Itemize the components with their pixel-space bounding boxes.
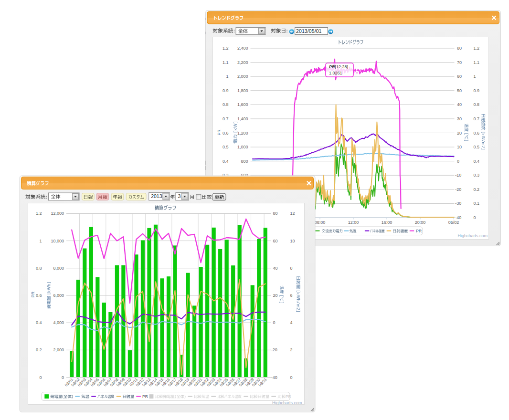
svg-text:1,800: 1,800 [237, 88, 248, 93]
svg-text:0.4: 0.4 [36, 320, 42, 325]
svg-text:8: 8 [290, 266, 293, 271]
svg-text:08:00: 08:00 [315, 220, 326, 225]
svg-text:30: 30 [457, 116, 462, 121]
svg-text:0.8: 0.8 [36, 266, 42, 271]
svg-text:PR: PR [416, 229, 422, 233]
svg-text:0.4: 0.4 [223, 159, 229, 164]
svg-text:10,000: 10,000 [51, 239, 64, 243]
svg-text:1.1: 1.1 [474, 60, 480, 65]
svg-text:1: 1 [474, 74, 476, 79]
svg-text:-40: -40 [455, 215, 461, 220]
svg-text:60: 60 [457, 74, 462, 79]
svg-text:0.2: 0.2 [36, 347, 42, 352]
svg-text:-30: -30 [455, 201, 461, 206]
svg-text:60: 60 [273, 239, 278, 243]
svg-text:1,000: 1,000 [237, 145, 248, 149]
svg-text:1.1: 1.1 [223, 60, 229, 65]
svg-text:0.5: 0.5 [223, 145, 229, 149]
svg-text:0.7: 0.7 [223, 116, 229, 121]
svg-text:0.8: 0.8 [223, 102, 229, 107]
svg-text:PR: PR [217, 129, 222, 136]
svg-text:10: 10 [457, 145, 462, 149]
svg-text:40: 40 [273, 266, 278, 271]
svg-text:1,400: 1,400 [237, 116, 248, 121]
svg-text:1,200: 1,200 [237, 131, 248, 136]
svg-text:05/02: 05/02 [448, 220, 459, 225]
svg-text:80: 80 [457, 46, 462, 51]
svg-text:1.2: 1.2 [36, 211, 42, 216]
svg-text:4: 4 [290, 320, 293, 325]
svg-text:2013: 2013 [151, 193, 162, 199]
svg-text:PR: PR [142, 394, 148, 399]
svg-text:70: 70 [457, 60, 462, 65]
svg-text:2,400: 2,400 [237, 46, 248, 51]
svg-text:800: 800 [241, 159, 248, 164]
svg-text:1.0261: 1.0261 [329, 71, 342, 75]
svg-text:0.3: 0.3 [474, 173, 480, 178]
svg-text:12,000: 12,000 [51, 211, 64, 216]
svg-text:20: 20 [273, 293, 278, 298]
svg-text:Highcharts.com: Highcharts.com [457, 233, 488, 238]
svg-text:1.2: 1.2 [474, 46, 480, 51]
svg-text:10: 10 [290, 239, 295, 243]
svg-text:0: 0 [474, 215, 476, 220]
svg-text:2,200: 2,200 [237, 60, 248, 65]
svg-text:0.8: 0.8 [474, 102, 480, 107]
svg-text:12:00: 12:00 [348, 220, 359, 225]
svg-text:3: 3 [178, 193, 180, 199]
svg-text:1: 1 [226, 74, 228, 79]
svg-text:0.5: 0.5 [474, 145, 480, 149]
svg-text:2013/05/01: 2013/05/01 [296, 28, 322, 34]
svg-text:0: 0 [273, 320, 276, 325]
svg-text:0: 0 [39, 375, 42, 380]
svg-text:0: 0 [290, 375, 293, 380]
svg-text:-10: -10 [455, 173, 461, 178]
svg-text:0: 0 [457, 159, 459, 164]
svg-text:PR[12:28]: PR[12:28] [329, 64, 348, 69]
svg-text:0.6: 0.6 [474, 131, 480, 136]
svg-text:0.9: 0.9 [223, 88, 229, 93]
svg-text:0.9: 0.9 [474, 88, 480, 93]
svg-text:20:00: 20:00 [415, 220, 426, 225]
svg-text:0.6: 0.6 [36, 293, 42, 298]
svg-text:0.4: 0.4 [474, 159, 480, 164]
svg-text:1,600: 1,600 [237, 102, 248, 107]
svg-text:4,000: 4,000 [53, 320, 64, 325]
svg-text:12: 12 [290, 211, 295, 216]
svg-text:1: 1 [39, 239, 42, 243]
svg-text:0: 0 [62, 375, 64, 380]
svg-text:-40: -40 [271, 375, 277, 380]
svg-text:0.2: 0.2 [474, 187, 480, 192]
svg-text:80: 80 [273, 211, 278, 216]
svg-text:Highcharts.com: Highcharts.com [272, 400, 302, 405]
svg-text:2: 2 [290, 347, 293, 352]
svg-text:0.7: 0.7 [474, 116, 480, 121]
svg-text:0.6: 0.6 [223, 131, 229, 136]
svg-text:PR: PR [286, 394, 291, 399]
svg-text:6,000: 6,000 [53, 293, 64, 298]
svg-text:2,000: 2,000 [53, 347, 64, 352]
svg-text:8,000: 8,000 [53, 266, 64, 271]
svg-text:1.2: 1.2 [223, 46, 229, 51]
svg-text:50: 50 [457, 88, 462, 93]
svg-text:40: 40 [457, 102, 462, 107]
svg-text:6: 6 [290, 293, 293, 298]
svg-text:-20: -20 [271, 347, 277, 352]
svg-text:0.1: 0.1 [474, 201, 480, 206]
svg-text:16:00: 16:00 [382, 220, 392, 225]
svg-text:20: 20 [457, 131, 462, 136]
svg-text:PR: PR [31, 291, 35, 297]
svg-text:-20: -20 [455, 187, 461, 192]
svg-text:2,000: 2,000 [237, 74, 248, 79]
